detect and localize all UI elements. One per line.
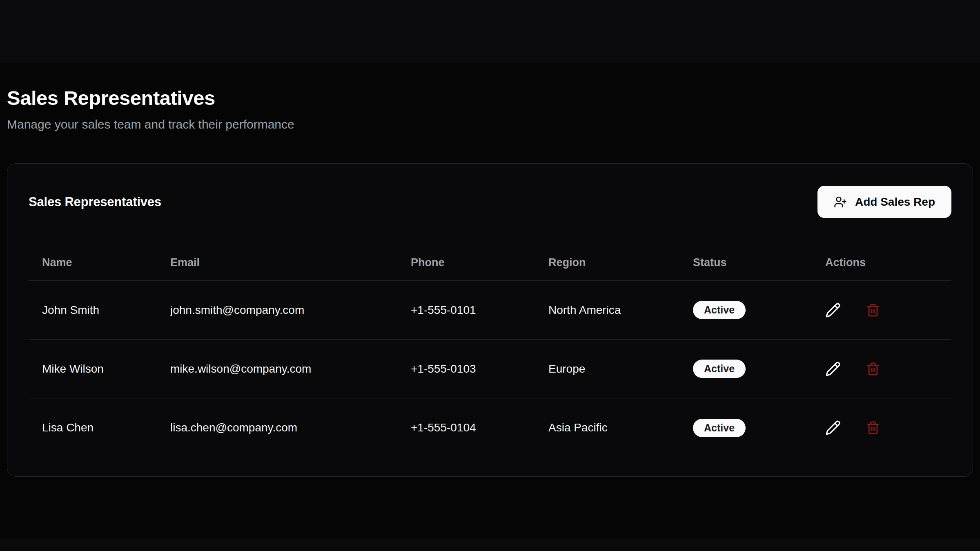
cell-phone: +1-555-0104 (397, 421, 535, 434)
cell-name: John Smith (29, 304, 157, 317)
edit-button[interactable] (825, 361, 841, 377)
cell-status: Active (679, 419, 812, 437)
delete-button[interactable] (866, 303, 880, 317)
trash-icon (866, 303, 880, 317)
status-badge: Active (693, 301, 746, 319)
table-row: Lisa Chen lisa.chen@company.com +1-555-0… (29, 398, 951, 457)
column-header-email: Email (157, 256, 397, 269)
card-header: Sales Representatives Add Sales Rep (29, 164, 951, 218)
add-sales-rep-button[interactable]: Add Sales Rep (817, 186, 951, 218)
status-badge: Active (693, 360, 746, 378)
user-plus-icon (834, 196, 847, 209)
cell-actions (812, 302, 951, 318)
pencil-icon (825, 302, 841, 318)
cell-status: Active (679, 360, 812, 378)
table-header-row: Name Email Phone Region Status Actions (29, 218, 951, 281)
cell-actions (812, 361, 951, 377)
sales-reps-table: Name Email Phone Region Status Actions J… (29, 218, 951, 457)
cell-email: john.smith@company.com (157, 304, 397, 317)
cell-name: Lisa Chen (29, 421, 157, 434)
edit-button[interactable] (825, 302, 841, 318)
table-row: Mike Wilson mike.wilson@company.com +1-5… (29, 340, 951, 398)
pencil-icon (825, 361, 841, 377)
page-title: Sales Representatives (7, 86, 973, 110)
delete-button[interactable] (866, 362, 880, 376)
column-header-actions: Actions (812, 256, 951, 269)
add-sales-rep-button-label: Add Sales Rep (855, 196, 935, 209)
cell-phone: +1-555-0101 (397, 304, 535, 317)
column-header-status: Status (679, 256, 812, 269)
cell-phone: +1-555-0103 (397, 362, 535, 375)
trash-icon (866, 362, 880, 376)
cell-region: Europe (535, 362, 679, 375)
card-title: Sales Representatives (29, 195, 161, 209)
sales-reps-card: Sales Representatives Add Sales Rep Name… (7, 163, 973, 477)
cell-name: Mike Wilson (29, 362, 157, 375)
table-row: John Smith john.smith@company.com +1-555… (29, 281, 951, 340)
trash-icon (866, 421, 880, 435)
delete-button[interactable] (866, 421, 880, 435)
column-header-name: Name (29, 256, 157, 269)
page: Sales Representatives Manage your sales … (0, 0, 980, 477)
cell-email: lisa.chen@company.com (157, 421, 397, 434)
cell-region: Asia Pacific (535, 421, 679, 434)
cell-actions (812, 420, 951, 435)
pencil-icon (825, 420, 841, 435)
edit-button[interactable] (825, 420, 841, 435)
page-subtitle: Manage your sales team and track their p… (7, 117, 973, 132)
column-header-phone: Phone (397, 256, 535, 269)
cell-email: mike.wilson@company.com (157, 362, 397, 375)
cell-status: Active (679, 301, 812, 319)
column-header-region: Region (535, 256, 679, 269)
status-badge: Active (693, 419, 746, 437)
cell-region: North America (535, 304, 679, 317)
